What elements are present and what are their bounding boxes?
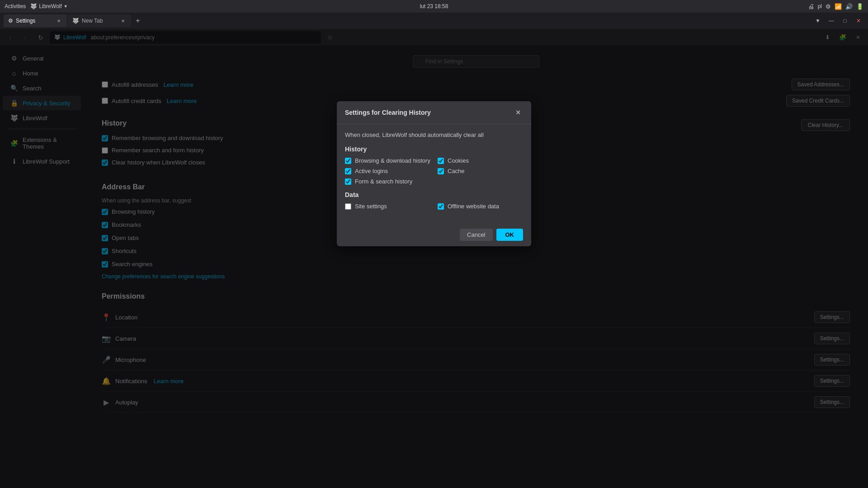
modal-form-search-row: Form & search history <box>345 178 430 185</box>
datetime-label: lut 23 18:58 <box>420 3 448 9</box>
modal-cache-row: Cache <box>438 168 523 174</box>
modal-cookies-checkbox[interactable] <box>438 158 444 164</box>
app-menu-label[interactable]: 🐺 LibreWolf ▼ <box>30 3 67 9</box>
modal-overlay: Settings for Clearing History ✕ When clo… <box>0 29 868 488</box>
modal-cookies-label: Cookies <box>448 157 469 164</box>
modal-close-button[interactable]: ✕ <box>513 108 523 117</box>
clear-history-modal: Settings for Clearing History ✕ When clo… <box>337 101 531 246</box>
modal-title: Settings for Clearing History <box>345 109 431 116</box>
new-tab-button[interactable]: + <box>132 15 144 27</box>
minimize-button[interactable]: — <box>826 15 837 27</box>
modal-form-search-label: Form & search history <box>355 178 412 185</box>
modal-data-grid: Site settings Offline website data <box>345 203 523 210</box>
modal-form-search-checkbox[interactable] <box>345 178 351 185</box>
modal-cookies-row: Cookies <box>438 157 523 164</box>
modal-history-title: History <box>345 145 523 153</box>
tab-settings-icon: ⚙ <box>8 18 13 24</box>
wifi-icon: 📶 <box>835 3 842 10</box>
modal-history-grid: Browsing & download history Cookies Acti… <box>345 157 523 185</box>
modal-browsing-download-label: Browsing & download history <box>355 157 430 164</box>
modal-browsing-download-row: Browsing & download history <box>345 157 430 164</box>
modal-offline-data-row: Offline website data <box>438 203 523 210</box>
tab-new-tab[interactable]: 🐺 New Tab ✕ <box>68 14 131 27</box>
tab-new-label: New Tab <box>82 18 103 24</box>
modal-active-logins-label: Active logins <box>355 168 388 174</box>
modal-cache-checkbox[interactable] <box>438 168 444 174</box>
tab-new-icon: 🐺 <box>72 18 79 24</box>
modal-footer: Cancel OK <box>337 223 531 246</box>
maximize-button[interactable]: □ <box>839 15 851 27</box>
battery-icon: 🔋 <box>856 3 863 10</box>
modal-cache-label: Cache <box>448 168 465 174</box>
lang-indicator[interactable]: pl <box>818 3 822 9</box>
tab-settings[interactable]: ⚙ Settings ✕ <box>4 14 67 27</box>
tab-list-button[interactable]: ▼ <box>812 15 824 27</box>
modal-header: Settings for Clearing History ✕ <box>337 101 531 124</box>
modal-description: When closed, LibreWolf should automatica… <box>345 131 523 138</box>
tab-new-close[interactable]: ✕ <box>119 17 127 24</box>
modal-site-settings-checkbox[interactable] <box>345 203 351 210</box>
modal-active-logins-checkbox[interactable] <box>345 168 351 174</box>
tab-settings-label: Settings <box>16 18 35 24</box>
modal-site-settings-label: Site settings <box>355 203 387 210</box>
modal-browsing-download-checkbox[interactable] <box>345 158 351 164</box>
hp-icon: 🖨 <box>808 3 814 10</box>
close-window-button[interactable]: ✕ <box>853 15 864 27</box>
modal-active-logins-row: Active logins <box>345 168 430 174</box>
settings-icon[interactable]: ⚙ <box>826 3 831 10</box>
tab-settings-close[interactable]: ✕ <box>55 17 62 24</box>
modal-cancel-button[interactable]: Cancel <box>460 229 492 241</box>
modal-ok-button[interactable]: OK <box>496 229 524 241</box>
volume-icon: 🔊 <box>845 3 853 10</box>
modal-offline-data-label: Offline website data <box>448 203 499 210</box>
modal-offline-data-checkbox[interactable] <box>438 203 444 210</box>
modal-body: When closed, LibreWolf should automatica… <box>337 124 531 223</box>
modal-data-title: Data <box>345 191 523 198</box>
modal-site-settings-row: Site settings <box>345 203 430 210</box>
tab-bar: ⚙ Settings ✕ 🐺 New Tab ✕ + ▼ — □ ✕ <box>0 13 868 29</box>
activities-label[interactable]: Activities <box>5 3 26 9</box>
system-bar: Activities 🐺 LibreWolf ▼ lut 23 18:58 🖨 … <box>0 0 868 13</box>
